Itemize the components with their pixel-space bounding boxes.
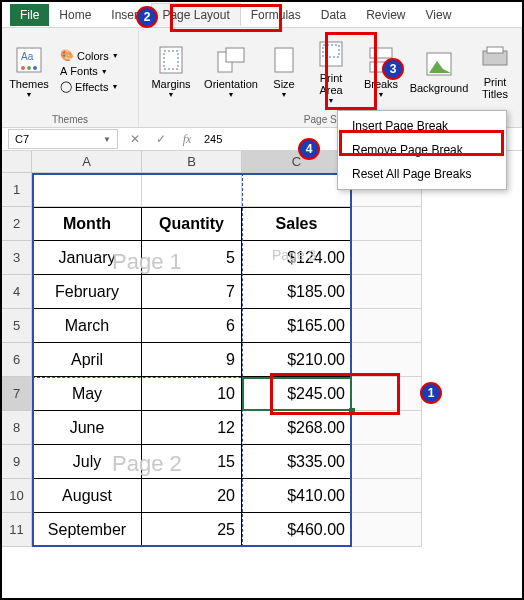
cell[interactable] — [352, 241, 422, 275]
cell[interactable]: $335.00 — [242, 445, 352, 479]
cell[interactable] — [352, 275, 422, 309]
cell[interactable]: $410.00 — [242, 479, 352, 513]
cell[interactable] — [352, 411, 422, 445]
cell[interactable]: Month — [32, 207, 142, 241]
cell[interactable]: 10 — [142, 377, 242, 411]
col-header[interactable]: C — [242, 151, 352, 173]
tab-view[interactable]: View — [416, 4, 462, 26]
col-header[interactable]: B — [142, 151, 242, 173]
cell[interactable]: February — [32, 275, 142, 309]
cell[interactable]: Sales — [242, 207, 352, 241]
tab-data[interactable]: Data — [311, 4, 356, 26]
cell[interactable]: $210.00 — [242, 343, 352, 377]
remove-page-break-item[interactable]: Remove Page Break — [338, 138, 506, 162]
row-header[interactable]: 6 — [2, 343, 32, 377]
tab-home[interactable]: Home — [49, 4, 101, 26]
row-header[interactable]: 1 — [2, 173, 32, 207]
cell[interactable]: 25 — [142, 513, 242, 547]
cell[interactable]: January — [32, 241, 142, 275]
cell[interactable] — [352, 343, 422, 377]
cell[interactable]: September — [32, 513, 142, 547]
cell[interactable]: 7 — [142, 275, 242, 309]
orientation-button[interactable]: Orientation▼ — [203, 40, 259, 102]
grid-row: 5March6$165.00 — [2, 309, 522, 343]
callout-num-3: 3 — [382, 58, 404, 80]
select-all-corner[interactable] — [2, 151, 32, 173]
cell[interactable] — [352, 309, 422, 343]
col-header[interactable]: A — [32, 151, 142, 173]
cell[interactable]: 20 — [142, 479, 242, 513]
svg-rect-12 — [370, 48, 392, 58]
print-titles-button[interactable]: Print Titles — [473, 38, 517, 104]
cell[interactable]: $245.00 — [242, 377, 352, 411]
fonts-icon: A — [60, 65, 67, 77]
cell[interactable]: May — [32, 377, 142, 411]
cell[interactable]: March — [32, 309, 142, 343]
row-header[interactable]: 8 — [2, 411, 32, 445]
cell[interactable]: 5 — [142, 241, 242, 275]
themes-label: Themes — [9, 78, 49, 90]
name-box[interactable]: C7 ▼ — [8, 129, 118, 149]
cell[interactable] — [142, 173, 242, 207]
reset-page-breaks-item[interactable]: Reset All Page Breaks — [338, 162, 506, 186]
chevron-down-icon: ▼ — [26, 91, 33, 98]
size-button[interactable]: Size▼ — [263, 40, 305, 102]
fx-icon[interactable]: fx — [178, 132, 196, 147]
cell[interactable]: July — [32, 445, 142, 479]
fill-handle[interactable] — [349, 408, 355, 414]
row-header[interactable]: 2 — [2, 207, 32, 241]
cell[interactable] — [242, 173, 352, 207]
tab-review[interactable]: Review — [356, 4, 415, 26]
print-area-button[interactable]: Print Area▼ — [309, 34, 353, 108]
svg-rect-9 — [275, 48, 293, 72]
cell[interactable]: 12 — [142, 411, 242, 445]
accept-icon[interactable]: ✓ — [152, 132, 170, 146]
callout-num-2: 2 — [136, 6, 158, 28]
row-header[interactable]: 9 — [2, 445, 32, 479]
row-header[interactable]: 4 — [2, 275, 32, 309]
insert-page-break-item[interactable]: Insert Page Break — [338, 114, 506, 138]
themes-button[interactable]: Aa Themes ▼ — [6, 40, 52, 102]
callout-num-1: 1 — [420, 382, 442, 404]
row-header[interactable]: 5 — [2, 309, 32, 343]
cell[interactable] — [32, 173, 142, 207]
row-header[interactable]: 7 — [2, 377, 32, 411]
effects-button[interactable]: ◯Effects ▼ — [56, 79, 123, 94]
cell[interactable]: Quantity — [142, 207, 242, 241]
cell[interactable] — [352, 207, 422, 241]
cell[interactable]: 9 — [142, 343, 242, 377]
grid-row: 2MonthQuantitySales — [2, 207, 522, 241]
cell[interactable]: $124.00 — [242, 241, 352, 275]
margins-button[interactable]: Margins▼ — [143, 40, 199, 102]
fonts-button[interactable]: AFonts ▼ — [56, 64, 123, 78]
cancel-icon[interactable]: ✕ — [126, 132, 144, 146]
tab-page-layout[interactable]: Page Layout — [151, 3, 240, 26]
tab-formulas[interactable]: Formulas — [241, 4, 311, 26]
grid-row: 6April9$210.00 — [2, 343, 522, 377]
cell[interactable]: 15 — [142, 445, 242, 479]
cell[interactable] — [352, 513, 422, 547]
cell[interactable]: August — [32, 479, 142, 513]
ribbon-tabs: File Home Insert Page Layout Formulas Da… — [2, 2, 522, 28]
row-header[interactable]: 10 — [2, 479, 32, 513]
cell[interactable]: April — [32, 343, 142, 377]
tab-file[interactable]: File — [10, 4, 49, 26]
cell[interactable]: $165.00 — [242, 309, 352, 343]
themes-icon: Aa — [13, 44, 45, 76]
cell[interactable]: $268.00 — [242, 411, 352, 445]
cell[interactable]: $185.00 — [242, 275, 352, 309]
cell[interactable]: $460.00 — [242, 513, 352, 547]
background-button[interactable]: Background — [409, 44, 469, 98]
cell[interactable]: June — [32, 411, 142, 445]
cell[interactable]: 6 — [142, 309, 242, 343]
cell[interactable] — [352, 445, 422, 479]
colors-button[interactable]: 🎨Colors ▼ — [56, 48, 123, 63]
colors-icon: 🎨 — [60, 49, 74, 62]
grid-row: 3January5$124.00 — [2, 241, 522, 275]
row-header[interactable]: 3 — [2, 241, 32, 275]
chevron-down-icon[interactable]: ▼ — [103, 135, 111, 144]
row-header[interactable]: 11 — [2, 513, 32, 547]
cell[interactable] — [352, 479, 422, 513]
cell[interactable] — [352, 377, 422, 411]
svg-rect-5 — [160, 47, 182, 73]
